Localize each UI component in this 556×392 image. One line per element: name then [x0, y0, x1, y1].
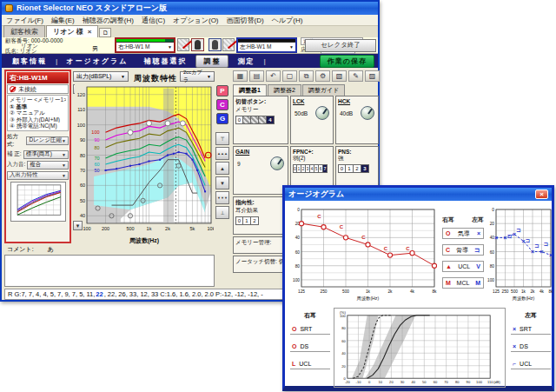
svg-text:(%): (%)	[340, 310, 346, 315]
directionality-section: 指向性: 耳介効果 0 1 2	[233, 196, 288, 235]
pns-label: PNS:	[338, 149, 376, 155]
prescription-select[interactable]: Dレンジ圧縮▼	[26, 136, 69, 145]
patient-block: 顧客番号: 000-00-0000 リオン 氏名: リオン	[5, 38, 63, 54]
undo-icon[interactable]: ↶	[266, 70, 281, 82]
svg-text:80: 80	[94, 145, 99, 150]
curve-p-button[interactable]: P	[216, 85, 228, 96]
chart-title: 周波数特性	[134, 73, 177, 84]
menu-help[interactable]: ヘルプ(H)	[272, 16, 303, 25]
direction-segments[interactable]: 0 1 2	[235, 216, 286, 225]
new-doc-icon[interactable]: ▢	[282, 70, 297, 82]
legend-right-ear: 右耳	[442, 216, 454, 224]
close-icon[interactable]: ×	[535, 189, 548, 199]
correction-select[interactable]: 標準(両耳)▼	[23, 150, 69, 159]
pns-segments[interactable]: 0 1 2 3	[338, 164, 376, 173]
nav-device-select[interactable]: 補聴器選択	[136, 56, 194, 67]
selector-exit-button[interactable]: セレクタ終了	[305, 39, 376, 52]
device-right-select[interactable]: 右:HB-W1 M▼	[116, 43, 174, 51]
scale-down-button[interactable]: ▼	[73, 221, 83, 230]
cable-right-icon[interactable]	[177, 38, 189, 51]
graph-icon[interactable]: ▧	[332, 70, 347, 82]
speech-left-ds: ×DS	[511, 341, 551, 352]
cable-left-icon[interactable]	[222, 38, 235, 51]
disconnected-icon	[10, 86, 16, 92]
fpnc-segments[interactable]: 0 1 2 3 4 5 6 7	[293, 164, 331, 173]
audiogram-left-chart: 1252505001k2k4k8k020406080100周波数(Hz)××××…	[486, 207, 553, 304]
chevron-down-icon: ▼	[207, 74, 211, 79]
gain-down-3-button[interactable]: ▼▼▼	[215, 191, 229, 204]
memo-icon[interactable]: ▨	[365, 70, 380, 82]
memory-segments[interactable]: 0 4	[235, 116, 286, 124]
memory-item-3[interactable]: ③ 外部入力(DAI+M)	[10, 116, 66, 123]
memory-mgmt-section[interactable]: メモリー管理:	[233, 236, 288, 254]
menu-edit[interactable]: 編集(E)	[51, 16, 75, 25]
svg-text:0: 0	[492, 208, 494, 212]
menu-comm[interactable]: 通信(C)	[142, 16, 165, 25]
nav-adjust[interactable]: 調整	[195, 55, 228, 68]
connection-status-button[interactable]: 未接続	[7, 84, 69, 94]
new-tab-button[interactable]: 🗋	[99, 28, 111, 37]
gain-up-3-button[interactable]: ▲▲▲	[215, 147, 229, 160]
hearing-aid-left-icon[interactable]	[208, 38, 222, 51]
tab-adjuster-2[interactable]: 調整器2	[268, 84, 301, 96]
lck-knob[interactable]	[315, 106, 329, 120]
speech-legend-right-ear: 右耳 OSRT ODS LUCL	[290, 311, 330, 375]
coupler-select[interactable]: 2ccカプラ▼	[180, 71, 215, 82]
svg-text:20: 20	[490, 222, 495, 226]
comment-box[interactable]	[4, 255, 215, 287]
svg-text:40: 40	[411, 380, 415, 384]
output-scale-select[interactable]: 出力(dBSPL)▼	[73, 71, 129, 82]
chevron-down-icon: ▼	[289, 44, 294, 50]
device-left-select[interactable]: 左:HB-W1 M▼	[238, 43, 295, 51]
svg-text:60: 60	[490, 250, 495, 255]
svg-text:90: 90	[94, 137, 99, 143]
menu-adjust[interactable]: 補聴器の調整(H)	[83, 16, 134, 25]
gain-knob[interactable]	[270, 156, 284, 170]
gain-up-max-button[interactable]: ⊤	[215, 132, 229, 145]
menu-options[interactable]: オプション(O)	[173, 16, 219, 25]
adjust-toolbar: ▦ ▤ ↶ ▢ ⧉ ⚙ ▧ ✎ ▨	[233, 70, 380, 82]
nav-customer-info[interactable]: 顧客情報	[5, 56, 54, 67]
curve-c-button[interactable]: C	[216, 99, 228, 110]
settings-icon[interactable]: ⚙	[315, 70, 330, 82]
main-titlebar[interactable]: Rionet Selector NEO スタンドアローン版	[2, 2, 378, 15]
nav-audiogram[interactable]: オージオグラム	[59, 56, 135, 67]
legend-row-ucl: ▲ UCL V	[442, 261, 484, 272]
print-icon[interactable]: ▤	[249, 70, 264, 82]
memory-item-1[interactable]: ① 基準	[10, 103, 66, 110]
chevron-down-icon: ▼	[168, 44, 172, 50]
table-icon[interactable]: ▦	[233, 70, 248, 82]
status-prefix: R G:7, 7, 4, 4, 5, 7, 9, 7, 5, 11,	[8, 290, 95, 298]
hck-knob[interactable]	[361, 106, 374, 120]
tab-close-icon[interactable]: ×	[88, 28, 92, 36]
copy-icon[interactable]: ⧉	[299, 70, 314, 82]
memory-item-4[interactable]: ④ 携帯電話:NC(M)	[10, 123, 66, 130]
nav-save-work[interactable]: 作業の保存	[320, 55, 374, 68]
hearing-aid-shape	[212, 40, 218, 50]
svg-text:5k: 5k	[190, 226, 195, 231]
tab-adjuster-1[interactable]: 調整器1	[233, 84, 267, 96]
tab-adjust-guide[interactable]: 調整ガイド	[302, 84, 346, 96]
touch-switch-section[interactable]: ノータッチ切替: 切	[233, 256, 288, 273]
gain-down-1-button[interactable]: ▼	[215, 176, 229, 189]
menu-file[interactable]: ファイル(F)	[6, 16, 43, 25]
nav-measure[interactable]: 測定	[230, 56, 261, 67]
memory-switch-section: 切替ボタン: メモリー 0 4	[233, 96, 288, 144]
audiogram-titlebar[interactable]: オージオグラム ×	[285, 188, 552, 201]
hearing-aid-right-icon[interactable]	[191, 38, 204, 51]
tab-customer-search[interactable]: 顧客検索	[3, 25, 45, 37]
input-sound-select[interactable]: 複合▼	[27, 161, 69, 169]
status-highlight: 22	[96, 290, 103, 298]
io-curve-select[interactable]: 入出力特性▼	[7, 171, 69, 180]
curve-g-button[interactable]: G	[216, 113, 228, 124]
speech-right-srt: OSRT	[290, 323, 330, 335]
gain-up-1-button[interactable]: ▲	[215, 162, 229, 175]
svg-text:4k: 4k	[410, 289, 415, 294]
tab-current-customer[interactable]: リオン 様×	[46, 25, 98, 37]
probe-pen-icon[interactable]: ✎	[348, 70, 363, 82]
svg-text:2k: 2k	[387, 289, 393, 294]
memory-item-2[interactable]: ② マニュアル	[10, 110, 66, 116]
menu-screen[interactable]: 画面切替(D)	[227, 16, 264, 25]
hearing-aid-shape	[195, 40, 201, 50]
gain-down-max-button[interactable]: ⊥	[215, 206, 229, 219]
